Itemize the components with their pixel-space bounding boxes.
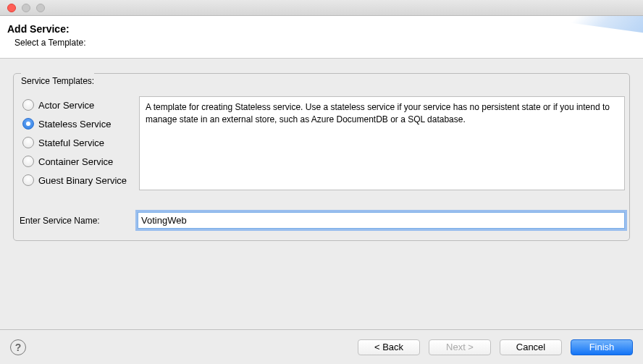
radio-stateless-service[interactable]: Stateless Service	[22, 118, 129, 130]
finish-button[interactable]: Finish	[571, 339, 633, 355]
radio-icon	[22, 174, 34, 186]
radio-icon	[22, 156, 34, 167]
wizard-header: Add Service: Select a Template:	[0, 16, 643, 59]
maximize-icon	[36, 4, 45, 12]
radio-icon	[22, 118, 34, 130]
service-name-input[interactable]	[138, 212, 625, 229]
page-title: Add Service:	[7, 23, 636, 35]
service-name-label: Enter Service Name:	[20, 216, 132, 226]
radio-container-service[interactable]: Container Service	[22, 156, 129, 167]
radio-label: Stateful Service	[38, 137, 104, 148]
next-button[interactable]: Next >	[429, 339, 491, 355]
template-description: A template for creating Stateless servic…	[139, 96, 625, 190]
radio-actor-service[interactable]: Actor Service	[22, 99, 129, 111]
header-decoration	[520, 16, 643, 58]
page-subtitle: Select a Template:	[7, 38, 636, 48]
radio-guest-binary-service[interactable]: Guest Binary Service	[22, 174, 129, 186]
help-icon[interactable]: ?	[10, 339, 26, 355]
radio-icon	[22, 99, 34, 111]
radio-label: Actor Service	[38, 100, 94, 111]
wizard-content: Service Templates: Actor Service Statele…	[0, 59, 643, 326]
service-templates-group: Service Templates: Actor Service Statele…	[13, 73, 630, 241]
back-button[interactable]: < Back	[358, 339, 420, 355]
cancel-button[interactable]: Cancel	[500, 339, 562, 355]
radio-label: Stateless Service	[38, 119, 111, 130]
radio-label: Guest Binary Service	[38, 175, 127, 186]
template-list: Actor Service Stateless Service Stateful…	[20, 96, 132, 190]
radio-stateful-service[interactable]: Stateful Service	[22, 137, 129, 148]
section-label: Service Templates:	[21, 73, 94, 86]
radio-icon	[22, 137, 34, 148]
service-name-row: Enter Service Name:	[14, 196, 629, 240]
window-titlebar	[0, 0, 643, 16]
close-icon[interactable]	[7, 4, 16, 12]
minimize-icon	[22, 4, 30, 12]
radio-label: Container Service	[38, 156, 113, 167]
wizard-footer: ? < Back Next > Cancel Finish	[0, 329, 643, 364]
